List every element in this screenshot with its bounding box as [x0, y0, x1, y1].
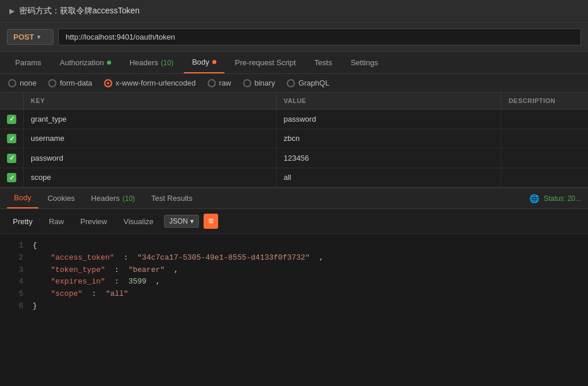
row-key[interactable]: username [24, 129, 277, 148]
globe-icon: 🌐 [529, 194, 539, 203]
row-checkbox[interactable] [7, 173, 16, 182]
json-line: 5 "scope": "all" [12, 288, 576, 300]
tab-headers[interactable]: Headers (10) [122, 52, 181, 73]
wrap-button[interactable]: ≡ [204, 214, 218, 229]
body-type-form-data[interactable]: form-data [48, 79, 92, 87]
row-desc[interactable] [501, 148, 588, 168]
body-type-binary[interactable]: binary [243, 79, 275, 87]
row-key[interactable]: password [24, 148, 277, 168]
radio-raw [208, 79, 216, 87]
col-value: VALUE [276, 93, 501, 109]
main-container: ▶ 密码方式：获取令牌accessToken POST ▾ Params Aut… [0, 0, 588, 386]
response-section: Body Cookies Headers (10) Test Results 🌐… [0, 187, 588, 386]
col-checkbox [0, 93, 24, 109]
body-dot [212, 60, 216, 64]
radio-urlencoded [104, 79, 112, 87]
row-value[interactable]: zbcn [276, 129, 501, 148]
row-desc[interactable] [501, 129, 588, 148]
fmt-tab-visualize[interactable]: Visualize [117, 215, 159, 228]
row-checkbox[interactable] [7, 154, 16, 163]
table-header: KEY VALUE DESCRIPTION [0, 93, 588, 109]
authorization-dot [107, 61, 111, 65]
table-row: grant_type password [0, 109, 588, 129]
resp-tab-body[interactable]: Body [7, 188, 38, 208]
tab-settings[interactable]: Settings [343, 52, 386, 73]
body-type-raw[interactable]: raw [208, 79, 231, 87]
format-row: Pretty Raw Preview Visualize JSON ▾ ≡ [0, 209, 588, 234]
tab-params[interactable]: Params [7, 52, 49, 73]
request-tabs: Params Authorization Headers (10) Body P… [0, 52, 588, 74]
json-line: 4 "expires_in": 3599, [12, 276, 576, 288]
row-checkbox-cell [0, 109, 24, 129]
table-row: username zbcn [0, 129, 588, 148]
status-badge: Status: 20... [544, 194, 581, 203]
row-key[interactable]: scope [24, 168, 277, 187]
tab-authorization[interactable]: Authorization [52, 52, 119, 73]
row-value[interactable]: all [276, 168, 501, 187]
fmt-tab-preview[interactable]: Preview [74, 215, 113, 228]
tab-body[interactable]: Body [184, 52, 224, 73]
collapse-arrow[interactable]: ▶ [9, 7, 15, 15]
kv-table: KEY VALUE DESCRIPTION grant_type passwor… [0, 93, 588, 187]
line-number: 5 [12, 288, 23, 300]
row-desc[interactable] [501, 168, 588, 187]
response-meta: 🌐 Status: 20... [529, 194, 581, 203]
title-bar: ▶ 密码方式：获取令牌accessToken [0, 0, 588, 23]
method-label: POST [13, 33, 34, 41]
url-bar: POST ▾ [0, 23, 588, 52]
radio-form-data [48, 79, 56, 87]
kv-rows: grant_type password username zbcn passwo… [0, 109, 588, 187]
url-input[interactable] [58, 29, 581, 45]
fmt-tab-pretty[interactable]: Pretty [7, 215, 38, 228]
row-value[interactable]: password [276, 109, 501, 129]
resp-tab-headers[interactable]: Headers (10) [84, 189, 142, 208]
response-tabs: Body Cookies Headers (10) Test Results 🌐… [0, 187, 588, 209]
format-select[interactable]: JSON ▾ [164, 215, 199, 228]
body-type-none[interactable]: none [8, 79, 37, 87]
json-line: 6} [12, 300, 576, 313]
fmt-tab-raw[interactable]: Raw [43, 215, 70, 228]
tab-pre-request[interactable]: Pre-request Script [227, 52, 304, 73]
json-viewer: 1{2 "access_token": "34c7ca17-5305-49e1-… [0, 234, 588, 386]
table-row: scope all [0, 168, 588, 187]
radio-binary [243, 79, 251, 87]
row-key[interactable]: grant_type [24, 109, 277, 129]
radio-graphql [287, 79, 295, 87]
row-checkbox[interactable] [7, 134, 16, 143]
kv-table-container: KEY VALUE DESCRIPTION grant_type passwor… [0, 93, 588, 187]
line-number: 1 [12, 240, 23, 252]
line-number: 2 [12, 252, 23, 264]
json-line: 2 "access_token": "34c7ca17-5305-49e1-85… [12, 252, 576, 264]
resp-tab-test-results[interactable]: Test Results [144, 189, 199, 208]
page-title: 密码方式：获取令牌accessToken [19, 6, 140, 16]
json-line: 3 "token_type": "bearer", [12, 264, 576, 277]
line-number: 3 [12, 264, 23, 277]
row-checkbox[interactable] [7, 115, 16, 124]
col-key: KEY [24, 93, 277, 109]
row-checkbox-cell [0, 129, 24, 148]
table-row: password 123456 [0, 148, 588, 168]
row-checkbox-cell [0, 168, 24, 187]
row-checkbox-cell [0, 148, 24, 168]
col-description: DESCRIPTION [501, 93, 588, 109]
body-type-row: none form-data x-www-form-urlencoded raw… [0, 74, 588, 93]
body-type-urlencoded[interactable]: x-www-form-urlencoded [104, 79, 196, 87]
row-value[interactable]: 123456 [276, 148, 501, 168]
method-chevron: ▾ [37, 34, 40, 40]
line-number: 6 [12, 300, 23, 313]
format-chevron: ▾ [190, 217, 194, 225]
radio-none [8, 79, 16, 87]
method-select[interactable]: POST ▾ [7, 29, 54, 45]
tab-tests[interactable]: Tests [307, 52, 340, 73]
row-desc[interactable] [501, 109, 588, 129]
resp-headers-badge: (10) [123, 194, 135, 203]
json-line: 1{ [12, 240, 576, 252]
body-type-graphql[interactable]: GraphQL [287, 79, 329, 87]
headers-badge: (10) [161, 59, 173, 67]
line-number: 4 [12, 276, 23, 288]
resp-tab-cookies[interactable]: Cookies [41, 189, 82, 208]
